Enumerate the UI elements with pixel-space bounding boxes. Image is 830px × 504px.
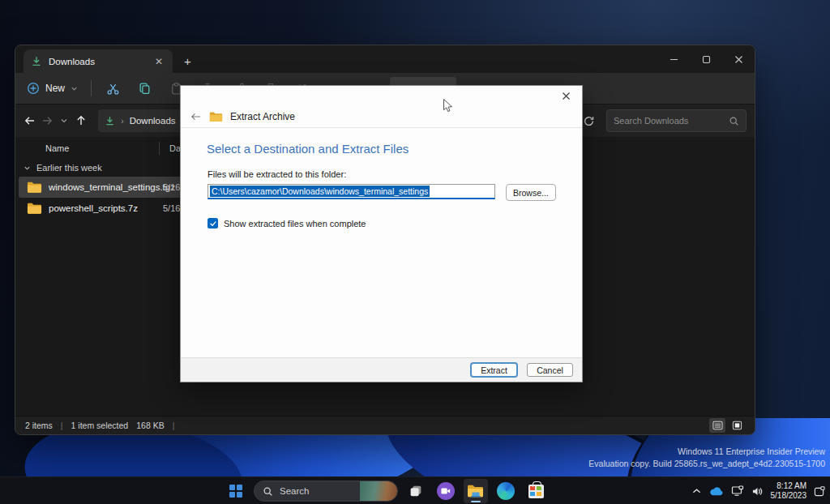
tab-close-icon[interactable]: ✕ (152, 56, 165, 67)
back-button[interactable] (24, 111, 36, 131)
system-tray: 8:12 AM 5/18/2023 (692, 477, 826, 504)
notification-center-button[interactable] (814, 486, 825, 497)
back-arrow-icon[interactable] (190, 112, 202, 122)
folder-icon (27, 202, 42, 215)
arrow-right-icon (41, 114, 53, 127)
video-camera-icon (437, 482, 455, 500)
tab-title: Downloads (49, 57, 95, 66)
search-icon (263, 486, 273, 497)
search-highlight-image (360, 481, 397, 501)
desktop: Downloads ✕ + New (0, 0, 830, 504)
chevron-down-icon (24, 164, 31, 172)
edge-icon (497, 482, 515, 500)
search-input[interactable] (614, 116, 729, 126)
file-name: powershell_scripts.7z (49, 203, 166, 213)
destination-path-input[interactable]: C:\Users\cazamor\Downloads\windows_termi… (208, 184, 495, 199)
destination-path-value: C:\Users\cazamor\Downloads\windows_termi… (210, 186, 430, 197)
chevron-down-icon (71, 85, 78, 92)
show-files-checkbox-row[interactable]: Show extracted files when complete (208, 218, 582, 229)
notification-icon (814, 486, 825, 497)
status-item-count: 2 items (25, 421, 53, 430)
status-divider: | (61, 421, 63, 430)
download-icon (105, 116, 115, 126)
close-button[interactable] (722, 45, 755, 73)
destination-field-row: C:\Users\cazamor\Downloads\windows_termi… (208, 184, 582, 201)
copy-button[interactable] (136, 80, 152, 96)
browse-button[interactable]: Browse... (506, 184, 556, 201)
windows-logo-icon (229, 485, 242, 498)
dialog-titlebar[interactable] (181, 86, 582, 106)
file-explorer-button[interactable] (464, 479, 488, 503)
microsoft-store-button[interactable] (524, 479, 548, 503)
start-button[interactable] (224, 479, 248, 503)
details-view-button[interactable] (709, 418, 725, 433)
watermark-line1: Windows 11 Enterprise Insider Preview (588, 446, 825, 458)
dialog-title: Extract Archive (230, 111, 295, 122)
maximize-button[interactable] (690, 45, 722, 73)
folder-icon (27, 181, 42, 194)
forward-button[interactable] (41, 111, 53, 131)
onedrive-status[interactable] (708, 486, 724, 496)
up-button[interactable] (75, 111, 88, 131)
recent-locations-button[interactable] (58, 111, 71, 131)
tab-downloads[interactable]: Downloads ✕ (24, 49, 173, 73)
arrow-up-icon (75, 114, 88, 127)
task-view-icon (408, 483, 424, 499)
status-bar: 2 items | 1 item selected 168 KB | (15, 416, 755, 434)
speaker-icon (751, 486, 764, 497)
group-label: Earlier this week (36, 163, 102, 173)
column-header-name[interactable]: Name (45, 143, 159, 153)
chevron-up-icon (692, 488, 701, 494)
insider-watermark: Windows 11 Enterprise Insider Preview Ev… (588, 446, 825, 470)
taskbar-search[interactable]: Search (254, 481, 398, 502)
taskbar-center: Search (224, 477, 548, 504)
clipchamp-button[interactable] (434, 479, 458, 503)
new-button-label: New (45, 83, 65, 94)
close-icon (562, 92, 571, 100)
minimize-button[interactable] (657, 45, 690, 73)
folder-icon (209, 111, 223, 122)
dialog-header: Extract Archive (181, 106, 582, 128)
copy-icon (138, 82, 152, 96)
breadcrumb-chevron-icon: › (121, 117, 123, 126)
refresh-button[interactable] (582, 110, 596, 131)
edge-button[interactable] (494, 479, 518, 503)
new-button[interactable]: New (27, 82, 78, 95)
volume-status[interactable] (751, 486, 764, 497)
arrow-left-icon (24, 114, 36, 127)
cancel-button[interactable]: Cancel (527, 363, 573, 377)
store-bag-icon (528, 485, 544, 498)
watermark-line2: Evaluation copy. Build 25865.rs_we_adept… (588, 458, 825, 470)
tray-clock[interactable]: 8:12 AM 5/18/2023 (771, 481, 807, 501)
checkbox-checked-icon[interactable] (208, 218, 218, 229)
destination-label: Files will be extracted to this folder: (208, 169, 582, 179)
refresh-icon (583, 115, 595, 127)
file-name: windows_terminal_settings.tgz (49, 182, 166, 192)
toolbar-divider (91, 80, 92, 96)
column-divider[interactable] (159, 142, 160, 155)
mouse-cursor (443, 98, 454, 117)
status-selection: 1 item selected (71, 421, 129, 430)
new-tab-button[interactable]: + (184, 54, 191, 68)
chevron-down-icon (60, 117, 68, 125)
cut-button[interactable] (105, 80, 121, 96)
status-size: 168 KB (136, 421, 164, 430)
checkbox-label: Show extracted files when complete (224, 219, 366, 229)
details-view-icon (712, 421, 723, 430)
hidden-icons-chevron[interactable] (692, 488, 701, 494)
task-view-button[interactable] (404, 479, 428, 503)
plus-circle-icon (27, 82, 40, 95)
search-icon (729, 116, 739, 126)
network-status[interactable] (731, 485, 744, 497)
extract-button[interactable]: Extract (471, 363, 517, 377)
tray-time: 8:12 AM (771, 481, 807, 491)
dialog-close-button[interactable] (550, 86, 582, 106)
icons-view-icon (732, 421, 742, 430)
breadcrumb-location[interactable]: Downloads (130, 116, 176, 126)
icons-view-button[interactable] (729, 418, 745, 433)
extract-archive-dialog: Extract Archive Select a Destination and… (180, 85, 583, 382)
view-toggle-group (709, 418, 745, 433)
cloud-icon (708, 486, 724, 496)
search-box (606, 109, 747, 132)
scissors-icon (106, 82, 120, 96)
